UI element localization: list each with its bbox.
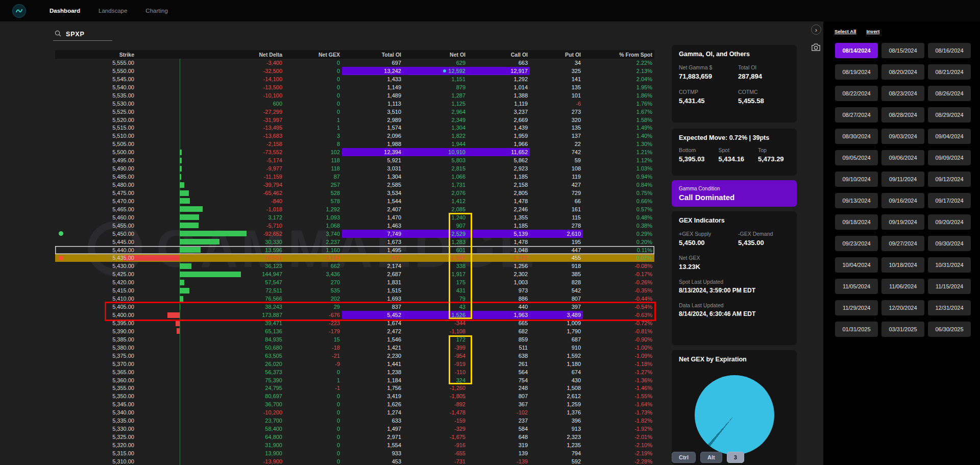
table-row[interactable]: 5,375.0063,505-212,230-9546381,592-1.09%	[55, 352, 654, 360]
table-row[interactable]: 5,340.00-10,20001,274-1,478-1021,376-1.7…	[55, 408, 654, 417]
table-row[interactable]: 5,325.0064,80002,971-1,6756482,323-2.01%	[55, 433, 654, 441]
select-all-link[interactable]: Select All	[835, 29, 856, 34]
expiry-date-button[interactable]: 08/14/2024	[835, 43, 878, 58]
invert-link[interactable]: Invert	[866, 29, 879, 34]
expiry-date-button[interactable]: 09/05/2024	[835, 150, 878, 165]
table-row[interactable]: 5,465.00-1,0181,2922,4072,0852,2461610.5…	[55, 205, 654, 213]
expiry-date-button[interactable]: 10/04/2024	[835, 257, 878, 273]
table-row[interactable]: 5,430.0036,1236622,1743381,256918-0.08%	[55, 262, 654, 270]
table-row[interactable]: 5,370.0026,020-91,441-9192611,180-1.18%	[55, 360, 654, 368]
table-row[interactable]: 5,525.00-27,29903,5102,9643,2372731.67%	[55, 108, 654, 116]
table-row[interactable]: 5,330.0058,40001,497-329584913-1.92%	[55, 425, 654, 433]
expiry-date-button[interactable]: 08/20/2024	[881, 64, 924, 80]
table-row[interactable]: 5,320.0031,90001,554-9163191,235-2.10%	[55, 441, 654, 449]
expiry-date-button[interactable]: 09/20/2024	[928, 214, 971, 230]
symbol-search[interactable]: SPXP	[53, 28, 112, 41]
expiry-date-button[interactable]: 09/16/2024	[881, 193, 924, 208]
expiry-date-button[interactable]: 08/19/2024	[835, 64, 878, 80]
table-row[interactable]: 5,335.0023,7000633-159237396-1.82%	[55, 417, 654, 425]
table-row[interactable]: 5,355.0024,795-11,756-1,2602481,508-1.46…	[55, 384, 654, 393]
expiry-date-button[interactable]: 08/16/2024	[928, 43, 971, 58]
table-row[interactable]: 5,360.0075,39011,184324754430-1.36%	[55, 376, 654, 384]
expiry-date-button[interactable]: 09/13/2024	[835, 193, 878, 208]
table-row[interactable]: 5,345.0036,70001,626-8923671,259-1.64%	[55, 400, 654, 408]
expiry-date-button[interactable]: 09/04/2024	[928, 129, 971, 144]
expiry-date-button[interactable]: 08/28/2024	[881, 107, 924, 123]
table-row[interactable]: 5,530.0060001,1131,1251,119-61.76%	[55, 100, 654, 108]
table-row[interactable]: 5,380.0050,680-181,421-399511910-1.00%	[55, 344, 654, 352]
table-row[interactable]: 5,435.00-78,591-3,184-677-1,587-1,132455…	[55, 254, 654, 262]
table-row[interactable]: 5,495.00-5,1741185,9215,8035,862591.12%	[55, 156, 654, 164]
table-row[interactable]: 5,515.00-13,49511,5741,3041,4391351.49%	[55, 124, 654, 132]
table-row[interactable]: 5,315.0013,9000933-655139794-2.19%	[55, 449, 654, 457]
expiry-date-button[interactable]: 08/27/2024	[835, 107, 878, 123]
expiry-date-button[interactable]: 11/06/2024	[881, 279, 924, 294]
expiry-date-button[interactable]: 08/30/2024	[835, 129, 878, 144]
table-row[interactable]: 5,385.0084,935151,546172859687-0.90%	[55, 335, 654, 344]
table-row[interactable]: 5,425.00144,9473,4362,6871,9172,302385-0…	[55, 270, 654, 278]
table-row[interactable]: 5,500.00-73,55210212,39410,91011,6527421…	[55, 148, 654, 156]
table-row[interactable]: 5,480.00-39,7942572,5851,7312,1584270.84…	[55, 181, 654, 189]
table-row[interactable]: 5,535.00-10,10001,4891,2871,3881011.86%	[55, 91, 654, 100]
table-row[interactable]: 5,485.00-11,159871,3041,0661,1851190.94%	[55, 173, 654, 181]
table-row[interactable]: 5,445.0030,3302,2371,6731,2831,4781950.2…	[55, 238, 654, 246]
collapse-panel-button[interactable]	[811, 25, 821, 35]
expiry-date-button[interactable]: 09/03/2024	[881, 129, 924, 144]
table-row[interactable]: 5,450.00-92,6523,7407,7492,5295,1392,610…	[55, 230, 654, 238]
expiry-date-button[interactable]: 08/29/2024	[928, 107, 971, 123]
table-row[interactable]: 5,455.00-5,7101,0681,4639071,1852780.38%	[55, 222, 654, 230]
tab-charting[interactable]: Charting	[145, 8, 167, 14]
expiry-date-button[interactable]: 12/31/2024	[928, 300, 971, 315]
expiry-date-button[interactable]: 01/31/2025	[835, 322, 878, 337]
expiry-date-button[interactable]: 10/31/2024	[928, 257, 971, 273]
table-row[interactable]: 5,365.0056,37301,238-110564674-1.27%	[55, 368, 654, 376]
search-input[interactable]: SPXP	[66, 31, 85, 38]
table-row[interactable]: 5,510.00-13,68332,0961,8221,9591371.40%	[55, 132, 654, 140]
table-row[interactable]: 5,420.0057,5472701,8311751,003828-0.26%	[55, 278, 654, 286]
table-row[interactable]: 5,415.0072,5115351,515431973542-0.35%	[55, 286, 654, 295]
expiry-date-button[interactable]: 11/29/2024	[835, 300, 878, 315]
camera-icon[interactable]	[811, 43, 821, 53]
table-row[interactable]: 5,470.00-8405781,5441,4121,478660.66%	[55, 197, 654, 205]
expiry-date-button[interactable]: 11/15/2024	[928, 279, 971, 294]
table-row[interactable]: 5,405.0038,2432983743440397-0.54%	[55, 303, 654, 311]
expiry-date-button[interactable]: 10/18/2024	[881, 257, 924, 273]
table-row[interactable]: 5,350.0080,69703,419-1,8058072,612-1.55%	[55, 392, 654, 400]
table-row[interactable]: 5,545.00-14,10001,4331,1511,2921412.04%	[55, 75, 654, 83]
expiry-date-button[interactable]: 09/11/2024	[881, 172, 924, 187]
expiry-date-button[interactable]: 09/27/2024	[881, 236, 924, 251]
expiry-date-button[interactable]: 09/06/2024	[881, 150, 924, 165]
table-row[interactable]: 5,390.0065,136-1792,472-1,1086821,790-0.…	[55, 327, 654, 335]
expiry-date-button[interactable]: 09/30/2024	[928, 236, 971, 251]
table-row[interactable]: 5,395.0039,471-2231,674-3446651,009-0.72…	[55, 319, 654, 327]
table-row[interactable]: 5,520.00-31,99712,9892,3492,6693201.58%	[55, 116, 654, 124]
expiry-date-button[interactable]: 08/21/2024	[928, 64, 971, 80]
expiry-date-button[interactable]: 08/23/2024	[881, 86, 924, 101]
tab-landscape[interactable]: Landscape	[99, 8, 127, 14]
table-row[interactable]: 5,410.0076,5662021,69379886807-0.44%	[55, 295, 654, 303]
tab-dashboard[interactable]: Dashboard	[50, 8, 80, 14]
expiry-date-button[interactable]: 09/10/2024	[835, 172, 878, 187]
table-row[interactable]: 5,540.00-13,50001,1498791,0141351.95%	[55, 83, 654, 91]
table-row[interactable]: 5,490.00-9,9771183,0312,8152,9231081.03%	[55, 164, 654, 173]
table-row[interactable]: 5,475.00-65,4625283,5342,0762,8057290.75…	[55, 189, 654, 197]
expiry-date-button[interactable]: 09/12/2024	[928, 172, 971, 187]
expiry-date-button[interactable]: 09/23/2024	[835, 236, 878, 251]
expiry-date-button[interactable]: 12/20/2024	[881, 300, 924, 315]
expiry-date-button[interactable]: 06/30/2025	[928, 322, 971, 337]
expiry-date-button[interactable]: 08/26/2024	[928, 86, 971, 101]
expiry-date-button[interactable]: 11/05/2024	[835, 279, 878, 294]
table-row[interactable]: 5,460.003,1721,0931,4701,2401,3551150.48…	[55, 213, 654, 222]
table-row[interactable]: 5,505.00-2,15881,9881,9441,966221.30%	[55, 140, 654, 148]
table-row[interactable]: 5,555.00-3,4000697629663342.22%	[55, 59, 654, 67]
table-row[interactable]: 5,440.0013,5961,1601,4956011,0484470.11%	[55, 246, 654, 254]
expiry-date-button[interactable]: 09/09/2024	[928, 150, 971, 165]
table-row[interactable]: 5,400.00173,887-6765,4521,5261,9633,489-…	[55, 311, 654, 319]
expiry-date-button[interactable]: 09/17/2024	[928, 193, 971, 208]
table-row[interactable]: 5,550.00-32,500013,24212,59212,9173252.1…	[55, 67, 654, 75]
expiry-date-button[interactable]: 08/15/2024	[881, 43, 924, 58]
table-row[interactable]: 5,310.00-13,9000453-731-139592-2.28%	[55, 457, 654, 465]
expiry-date-button[interactable]: 08/22/2024	[835, 86, 878, 101]
expiry-date-button[interactable]: 09/18/2024	[835, 214, 878, 230]
expiry-date-button[interactable]: 09/19/2024	[881, 214, 924, 230]
